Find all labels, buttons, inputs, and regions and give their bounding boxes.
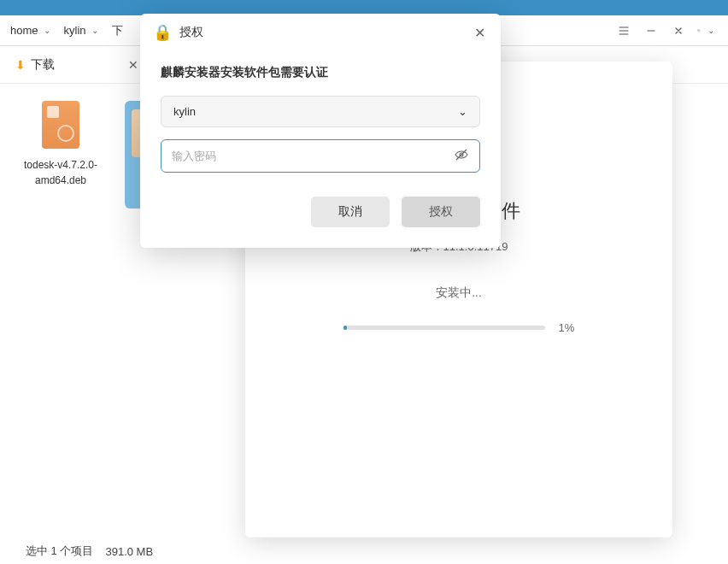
close-icon [673, 26, 684, 36]
auth-message: 麒麟安装器安装软件包需要认证 [161, 65, 480, 80]
menu-button[interactable] [612, 19, 636, 43]
installer-status: 安装中... [436, 285, 482, 301]
selection-info: 选中 1 个项目 [26, 543, 93, 559]
auth-header: 🔒 授权 ✕ [140, 14, 501, 51]
authorize-button[interactable]: 授权 [402, 197, 480, 227]
breadcrumb-label: kylin [64, 24, 86, 37]
chevron-down-icon: ⌄ [458, 105, 467, 118]
auth-dialog: 🔒 授权 ✕ 麒麟安装器安装软件包需要认证 kylin ⌄ 取消 授权 [140, 14, 501, 248]
breadcrumb-downloads[interactable]: 下 [105, 20, 130, 42]
breadcrumb: home ⌄ kylin ⌄ 下 [3, 20, 130, 42]
download-icon: ⬇ [15, 58, 26, 72]
deb-package-icon [42, 101, 79, 149]
size-info: 391.0 MB [105, 545, 153, 558]
breadcrumb-label: home [10, 24, 38, 37]
tab-close-button[interactable]: ✕ [128, 58, 138, 72]
file-name: todesk-v4.7.2.0-amd64.deb [14, 157, 108, 188]
progress-row: 1% [343, 321, 575, 334]
close-button[interactable] [666, 19, 690, 43]
auth-close-button[interactable]: ✕ [471, 23, 489, 43]
cancel-button[interactable]: 取消 [311, 197, 390, 227]
sort-icon [697, 25, 701, 37]
auth-title: 授权 [179, 25, 203, 40]
password-input[interactable] [172, 140, 454, 172]
auth-buttons: 取消 授权 [161, 197, 480, 227]
progress-bar [343, 326, 545, 330]
minimize-button[interactable] [639, 19, 663, 43]
breadcrumb-kylin[interactable]: kylin ⌄ [57, 21, 105, 40]
eye-hidden-icon[interactable] [454, 147, 469, 166]
progress-percent: 1% [559, 321, 575, 334]
breadcrumb-home[interactable]: home ⌄ [3, 21, 57, 40]
hamburger-icon [618, 25, 630, 37]
chevron-down-icon: ⌄ [91, 26, 98, 35]
file-item-todesk[interactable]: todesk-v4.7.2.0-amd64.deb [14, 101, 108, 188]
auth-password-field [161, 139, 480, 173]
minimize-icon [646, 26, 656, 36]
auth-user-value: kylin [173, 105, 196, 118]
status-bar: 选中 1 个项目 391.0 MB [0, 538, 728, 564]
lock-icon: 🔒 [152, 22, 173, 43]
tab-downloads[interactable]: ⬇ 下载 ✕ [7, 52, 147, 78]
progress-fill [343, 326, 348, 330]
auth-body: 麒麟安装器安装软件包需要认证 kylin ⌄ 取消 授权 [140, 51, 501, 248]
auth-header-left: 🔒 授权 [152, 22, 203, 43]
chevron-down-icon: ⌄ [707, 26, 714, 35]
sort-button[interactable]: ⌄ [694, 19, 718, 43]
window-controls: ⌄ [612, 19, 728, 43]
tab-label: 下载 [31, 57, 55, 73]
breadcrumb-label: 下 [112, 23, 123, 38]
chevron-down-icon: ⌄ [44, 26, 50, 35]
auth-user-select[interactable]: kylin ⌄ [161, 96, 480, 127]
